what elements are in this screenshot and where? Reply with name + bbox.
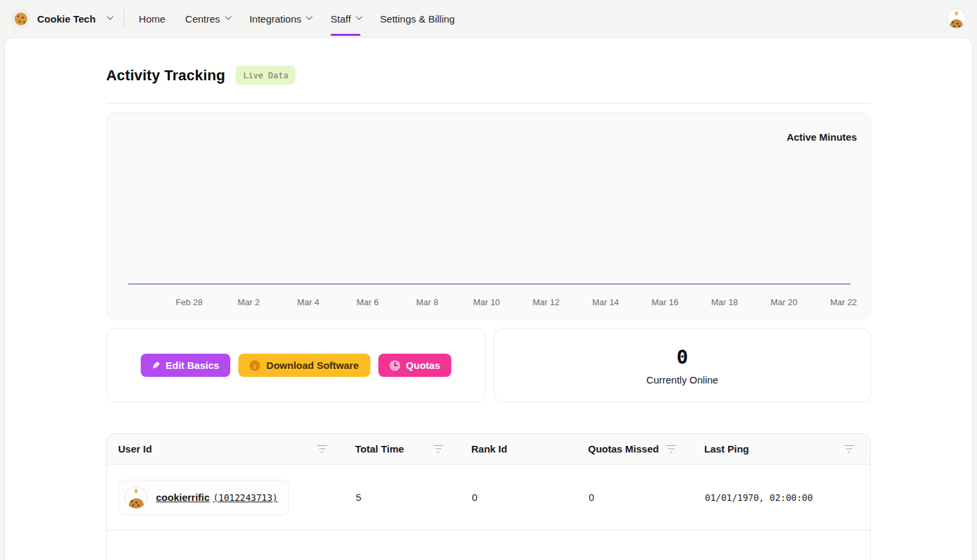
chevron-down-icon [107,13,113,20]
staff-activity-table: User Id Total Time Rank Id Quotas Missed… [106,433,871,560]
nav-item-integrations[interactable]: Integrations [250,11,311,27]
nav-item-staff[interactable]: Staff [331,11,360,27]
live-data-badge: Live Data [236,66,295,85]
quotas-button[interactable]: Quotas [378,354,452,377]
rank-id-cell: 0 [470,492,587,503]
user-id-number: (1012243713) [213,492,278,503]
filter-icon[interactable] [317,445,327,453]
chart-legend-label: Active Minutes [787,131,857,143]
x-tick: Mar 22 [824,297,864,307]
column-header-total-time: Total Time [354,434,470,464]
nav-item-label: Integrations [250,13,301,25]
heading-row: Activity Tracking Live Data [106,38,871,85]
nav-item-label: Home [139,13,165,25]
section-divider [106,103,871,104]
x-tick: Mar 10 [467,297,506,307]
edit-basics-label: Edit Basics [165,360,219,371]
nav-item-settings-billing[interactable]: Settings & Billing [380,11,455,27]
nav-items: Home Centres Integrations Staff Settings… [139,11,455,27]
download-icon: ↓ [250,360,260,371]
nav-item-label: Settings & Billing [380,13,455,25]
user-avatar[interactable]: ♛ [946,9,966,29]
column-header-quotas-missed: Quotas Missed [587,434,703,464]
table-header-row: User Id Total Time Rank Id Quotas Missed… [107,434,870,464]
chart-flat-line [128,283,851,285]
chevron-down-icon [306,13,313,20]
x-tick: Mar 18 [705,297,745,307]
column-label: Total Time [355,443,404,455]
x-tick: Mar 6 [348,297,388,307]
nav-item-home[interactable]: Home [139,11,165,27]
last-ping-cell: 01/01/1970, 02:00:00 [703,492,870,503]
clock-icon [390,360,400,371]
user-row-avatar: ♛ [125,486,147,509]
x-tick: Feb 28 [169,297,209,307]
x-tick: Mar 12 [526,297,566,307]
x-tick: Mar 16 [645,297,685,307]
table-row: ♛ cookierrific (1012243713) 5 0 0 01/01/… [107,464,870,531]
main-content-card: Activity Tracking Live Data Active Minut… [4,37,973,560]
filter-icon[interactable] [433,445,443,453]
download-software-label: Download Software [266,360,358,371]
cookie-avatar-icon [950,19,963,29]
top-navbar: Cookie Tech Home Centres Integrations St… [0,0,977,37]
x-tick: Mar 2 [229,297,269,307]
online-count: 0 [676,346,688,368]
nav-divider [123,10,124,27]
column-header-user-id: User Id [107,434,354,464]
column-header-last-ping: Last Ping [703,434,870,464]
chart-x-axis-ticks: Feb 28 Mar 2 Mar 4 Mar 6 Mar 8 Mar 10 Ma… [169,297,864,307]
x-tick: Mar 8 [408,297,447,307]
column-label: Rank Id [471,443,507,455]
cards-row: ✎ Edit Basics ↓ Download Software Quotas… [106,328,871,403]
quotas-missed-cell: 0 [587,492,703,503]
column-header-rank-id: Rank Id [470,434,587,464]
filter-icon[interactable] [666,445,676,453]
filter-icon[interactable] [844,445,854,453]
pencil-icon: ✎ [152,361,160,370]
chevron-down-icon [225,13,232,20]
edit-basics-button[interactable]: ✎ Edit Basics [141,354,231,377]
x-tick: Mar 20 [764,297,804,307]
brand-dropdown[interactable]: Cookie Tech [11,9,112,29]
username: cookierrific [156,492,210,503]
download-software-button[interactable]: ↓ Download Software [238,354,370,377]
chevron-down-icon [356,13,362,20]
nav-item-label: Staff [331,13,351,25]
x-tick: Mar 4 [288,297,328,307]
nav-item-centres[interactable]: Centres [185,11,230,27]
cookie-logo-icon [11,9,31,29]
column-label: Quotas Missed [588,443,659,455]
brand-name: Cookie Tech [37,13,96,25]
actions-panel: ✎ Edit Basics ↓ Download Software Quotas [106,328,486,403]
online-label: Currently Online [646,374,718,385]
quotas-label: Quotas [406,360,441,371]
currently-online-panel: 0 Currently Online [494,328,871,403]
user-cell: ♛ cookierrific (1012243713) [107,480,354,516]
crown-icon: ♛ [947,11,966,17]
total-time-cell: 5 [354,492,470,503]
user-profile-link[interactable]: ♛ cookierrific (1012243713) [118,480,289,516]
nav-item-label: Centres [185,13,220,25]
x-tick: Mar 14 [585,297,625,307]
cookie-avatar-icon [129,498,144,509]
activity-chart: Active Minutes Feb 28 Mar 2 Mar 4 Mar 6 … [106,112,871,319]
page-title: Activity Tracking [106,67,225,84]
crown-icon: ♛ [125,488,147,494]
column-label: Last Ping [704,443,749,455]
column-label: User Id [118,443,152,455]
